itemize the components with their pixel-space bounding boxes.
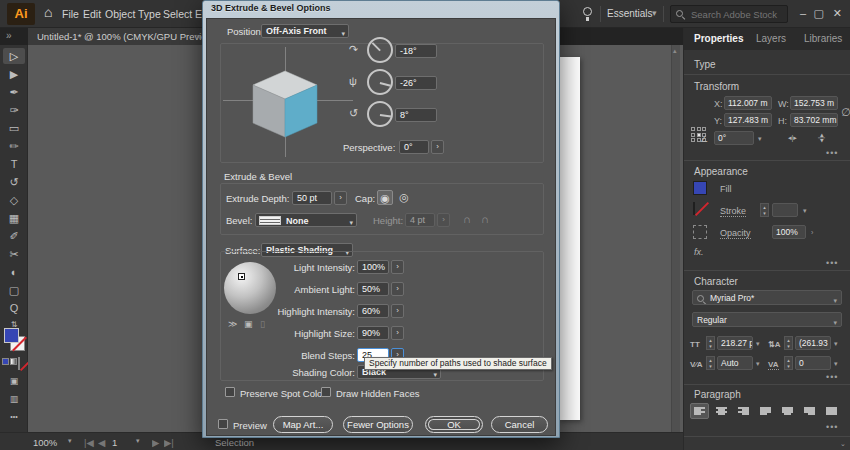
search-input[interactable] bbox=[691, 7, 785, 21]
ok-button[interactable]: OK bbox=[425, 416, 483, 433]
artboard[interactable] bbox=[558, 57, 580, 420]
kerning-stepper[interactable]: ▴▾ bbox=[706, 356, 715, 370]
chevron-right-icon[interactable]: › bbox=[391, 282, 404, 296]
stroke-weight-stepper[interactable]: ▴▾ bbox=[760, 203, 769, 217]
align-right-button[interactable] bbox=[734, 403, 753, 419]
flip-vertical-icon[interactable]: ◂|▸ bbox=[818, 134, 826, 143]
collapse-panels-icon[interactable]: » bbox=[6, 30, 11, 41]
track-cube[interactable] bbox=[243, 61, 327, 141]
next-artboard-button[interactable]: ▶ bbox=[152, 437, 159, 448]
y-field[interactable]: 127.483 m bbox=[724, 113, 772, 127]
document-tab[interactable]: Untitled-1* @ 100% (CMYK/GPU Preview) × bbox=[28, 28, 206, 45]
maximize-button[interactable]: ▢ bbox=[814, 7, 824, 20]
menu-file[interactable]: File bbox=[62, 8, 79, 20]
font-family-field[interactable]: Myriad Pro* ▾ bbox=[692, 290, 842, 305]
stroke-weight-field[interactable] bbox=[772, 203, 798, 217]
cap-off-icon[interactable]: ◎ bbox=[396, 190, 412, 205]
light-intensity-value[interactable]: 100% bbox=[357, 260, 389, 274]
character-more-icon[interactable]: ••• bbox=[826, 372, 838, 382]
opacity-label[interactable]: Opacity bbox=[720, 228, 751, 239]
chevron-right-icon[interactable]: › bbox=[391, 326, 404, 340]
shape-builder-tool[interactable]: ◐ bbox=[3, 264, 25, 280]
gradient-tool[interactable]: ▦ bbox=[3, 210, 25, 226]
chevron-down-icon[interactable]: ▾ bbox=[803, 207, 807, 215]
type-tool[interactable]: T bbox=[3, 156, 25, 172]
cap-on-icon[interactable]: ◉ bbox=[377, 190, 393, 205]
draw-mode-icon[interactable]: ▣ bbox=[3, 373, 25, 389]
last-artboard-button[interactable]: ▶| bbox=[164, 437, 174, 448]
zoom-level[interactable]: 100% bbox=[33, 437, 57, 448]
paragraph-more-icon[interactable]: ••• bbox=[826, 422, 838, 432]
close-button[interactable]: ✕ bbox=[833, 7, 842, 20]
tab-layers[interactable]: Layers bbox=[756, 33, 786, 44]
chevron-down-icon[interactable]: ▾ bbox=[758, 135, 762, 143]
bevel-select[interactable]: None ▾ bbox=[255, 213, 357, 227]
artboard-tool[interactable]: ▢ bbox=[3, 282, 25, 298]
toolbar-more-icon[interactable]: ••• bbox=[3, 409, 25, 425]
adobe-stock-search[interactable] bbox=[670, 5, 788, 23]
direct-selection-tool[interactable]: ▶ bbox=[3, 66, 25, 82]
justify-all-button[interactable] bbox=[822, 403, 841, 419]
highlight-size-value[interactable]: 90% bbox=[357, 326, 389, 340]
justify-last-right-button[interactable] bbox=[800, 403, 819, 419]
chevron-down-icon[interactable]: ▾ bbox=[136, 437, 140, 445]
chevron-right-icon[interactable]: › bbox=[334, 191, 347, 205]
fx-icon[interactable]: fx. bbox=[694, 247, 704, 257]
chevron-down-icon[interactable]: ▾ bbox=[834, 340, 838, 348]
transform-more-icon[interactable]: ••• bbox=[826, 148, 838, 158]
font-size-field[interactable]: 218.27 p bbox=[717, 336, 753, 350]
fill-color-swatch[interactable] bbox=[693, 181, 707, 195]
artboard-number[interactable]: 1 bbox=[112, 437, 117, 448]
flip-horizontal-icon[interactable]: ◂|▸ bbox=[788, 134, 797, 142]
menu-object[interactable]: Object bbox=[105, 8, 135, 20]
curvature-tool[interactable]: ✑ bbox=[3, 102, 25, 118]
stroke-label[interactable]: Stroke bbox=[720, 206, 746, 217]
chevron-down-icon[interactable]: ▾ bbox=[756, 340, 760, 348]
screen-mode-icon[interactable]: ▥ bbox=[3, 391, 25, 407]
eyedropper-tool[interactable]: ✐ bbox=[3, 228, 25, 244]
kerning-field[interactable]: Auto bbox=[717, 356, 753, 370]
leading-stepper[interactable]: ▴▾ bbox=[784, 336, 793, 350]
constrain-link-icon[interactable]: ∅ bbox=[841, 106, 850, 119]
font-size-stepper[interactable]: ▴▾ bbox=[706, 336, 715, 350]
draw-hidden-faces-checkbox[interactable] bbox=[321, 387, 331, 397]
tracking-stepper[interactable]: ▴▾ bbox=[784, 356, 793, 370]
rectangle-tool[interactable]: ▭ bbox=[3, 120, 25, 136]
selection-tool[interactable]: ▷ bbox=[3, 48, 25, 64]
rotate-z-value[interactable]: 8° bbox=[395, 108, 437, 122]
menu-select[interactable]: Select bbox=[163, 8, 192, 20]
ambient-light-value[interactable]: 50% bbox=[357, 282, 389, 296]
eraser-tool[interactable]: ◇ bbox=[3, 192, 25, 208]
appearance-more-icon[interactable]: ••• bbox=[826, 258, 838, 268]
learn-bulb-icon[interactable] bbox=[583, 7, 592, 16]
chevron-right-icon[interactable]: › bbox=[431, 140, 444, 154]
minimize-button[interactable]: – bbox=[800, 7, 806, 19]
rotate-x-value[interactable]: -18° bbox=[395, 44, 437, 58]
app-logo[interactable]: Ai bbox=[7, 3, 35, 25]
rotate-y-dial[interactable] bbox=[367, 69, 393, 95]
scroll-up-icon[interactable]: ▴ bbox=[673, 47, 677, 55]
chevron-down-icon[interactable]: ▾ bbox=[756, 360, 760, 368]
home-icon[interactable]: ⌂ bbox=[44, 4, 52, 20]
chevron-right-icon[interactable]: › bbox=[391, 260, 404, 274]
fill-swatch[interactable] bbox=[4, 328, 19, 343]
cancel-button[interactable]: Cancel bbox=[491, 416, 548, 433]
preserve-spot-colors-checkbox[interactable] bbox=[225, 387, 235, 397]
gradient-mode-icon[interactable] bbox=[10, 358, 17, 365]
align-center-button[interactable] bbox=[712, 403, 731, 419]
chevron-right-icon[interactable]: › bbox=[391, 304, 404, 318]
rotate-tool[interactable]: ↺ bbox=[3, 174, 25, 190]
paintbrush-tool[interactable]: ✏ bbox=[3, 138, 25, 154]
first-artboard-button[interactable]: |◀ bbox=[84, 437, 94, 448]
menu-edit[interactable]: Edit bbox=[83, 8, 101, 20]
stroke-color-swatch[interactable] bbox=[693, 202, 695, 215]
preview-checkbox[interactable] bbox=[218, 419, 228, 429]
menu-type[interactable]: Type bbox=[138, 8, 161, 20]
opacity-field[interactable]: 100% bbox=[772, 225, 806, 239]
justify-last-left-button[interactable] bbox=[756, 403, 775, 419]
pen-tool[interactable]: ✒ bbox=[3, 84, 25, 100]
zoom-tool[interactable]: Q bbox=[3, 300, 25, 316]
rotate-angle-field[interactable]: 0° bbox=[714, 131, 754, 145]
chevron-down-icon[interactable]: ▾ bbox=[834, 360, 838, 368]
fewer-options-button[interactable]: Fewer Options bbox=[343, 416, 413, 433]
